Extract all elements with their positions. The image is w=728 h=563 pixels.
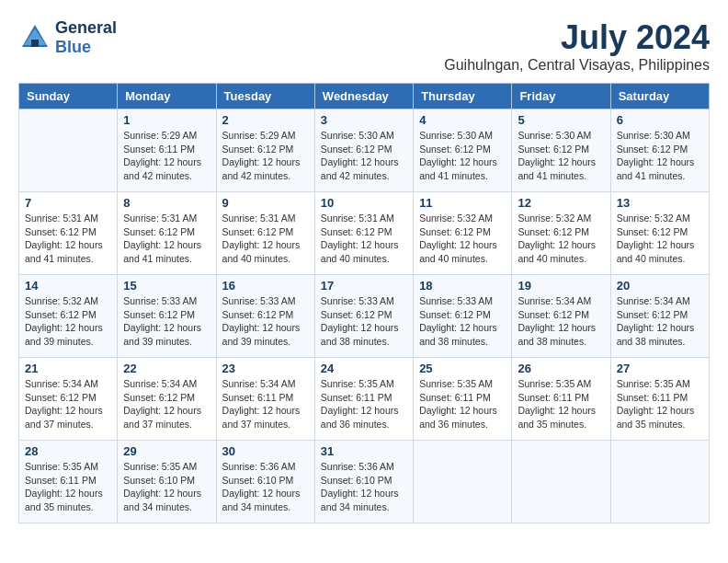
day-number: 22 xyxy=(123,362,210,375)
sunset-text: Sunset: 6:12 PM xyxy=(25,308,111,322)
day-number: 28 xyxy=(25,444,111,458)
day-number: 6 xyxy=(617,113,703,127)
calendar-cell: 3Sunrise: 5:30 AMSunset: 6:12 PMDaylight… xyxy=(314,109,413,192)
sunrise-text: Sunrise: 5:33 AM xyxy=(222,294,309,308)
sunset-text: Sunset: 6:11 PM xyxy=(321,391,407,405)
calendar-header-row: Sunday Monday Tuesday Wednesday Thursday… xyxy=(19,84,710,109)
day-number: 27 xyxy=(617,362,703,375)
sunset-text: Sunset: 6:12 PM xyxy=(321,225,407,239)
calendar-cell xyxy=(19,109,118,192)
sunrise-text: Sunrise: 5:29 AM xyxy=(123,129,210,143)
sunrise-text: Sunrise: 5:33 AM xyxy=(123,294,210,308)
day-detail: Sunrise: 5:33 AMSunset: 6:12 PMDaylight:… xyxy=(222,294,309,349)
sunset-text: Sunset: 6:11 PM xyxy=(123,143,210,156)
daylight-text: Daylight: 12 hours and 41 minutes. xyxy=(123,238,210,265)
day-detail: Sunrise: 5:33 AMSunset: 6:12 PMDaylight:… xyxy=(123,294,210,349)
day-number: 12 xyxy=(518,196,604,210)
header-wednesday: Wednesday xyxy=(314,84,413,109)
calendar-cell: 25Sunrise: 5:35 AMSunset: 6:11 PMDayligh… xyxy=(414,358,512,441)
sunset-text: Sunset: 6:12 PM xyxy=(419,308,506,322)
sunrise-text: Sunrise: 5:32 AM xyxy=(25,294,111,308)
day-detail: Sunrise: 5:35 AMSunset: 6:11 PMDaylight:… xyxy=(321,377,407,431)
sunset-text: Sunset: 6:11 PM xyxy=(25,474,111,488)
day-number: 19 xyxy=(518,279,604,293)
sunrise-text: Sunrise: 5:31 AM xyxy=(123,212,210,225)
daylight-text: Daylight: 12 hours and 40 minutes. xyxy=(222,238,309,265)
daylight-text: Daylight: 12 hours and 40 minutes. xyxy=(518,238,604,265)
sunset-text: Sunset: 6:12 PM xyxy=(321,143,407,156)
calendar-cell: 16Sunrise: 5:33 AMSunset: 6:12 PMDayligh… xyxy=(216,275,314,358)
sunrise-text: Sunrise: 5:34 AM xyxy=(518,294,604,308)
calendar-cell: 18Sunrise: 5:33 AMSunset: 6:12 PMDayligh… xyxy=(414,275,512,358)
sunrise-text: Sunrise: 5:30 AM xyxy=(419,129,506,143)
header-saturday: Saturday xyxy=(610,84,709,109)
day-detail: Sunrise: 5:33 AMSunset: 6:12 PMDaylight:… xyxy=(321,294,407,349)
calendar-cell xyxy=(512,441,610,523)
header-sunday: Sunday xyxy=(19,84,118,109)
sunrise-text: Sunrise: 5:32 AM xyxy=(518,212,604,225)
day-detail: Sunrise: 5:35 AMSunset: 6:11 PMDaylight:… xyxy=(518,377,604,431)
day-number: 21 xyxy=(25,362,111,375)
daylight-text: Daylight: 12 hours and 36 minutes. xyxy=(321,404,407,431)
calendar-cell: 4Sunrise: 5:30 AMSunset: 6:12 PMDaylight… xyxy=(414,109,512,192)
daylight-text: Daylight: 12 hours and 34 minutes. xyxy=(222,487,309,513)
sunset-text: Sunset: 6:10 PM xyxy=(222,474,309,488)
calendar-cell: 22Sunrise: 5:34 AMSunset: 6:12 PMDayligh… xyxy=(118,358,216,441)
day-number: 2 xyxy=(222,113,309,127)
day-number: 1 xyxy=(123,113,210,127)
sunset-text: Sunset: 6:11 PM xyxy=(222,391,309,405)
sunset-text: Sunset: 6:12 PM xyxy=(123,308,210,322)
calendar-cell: 8Sunrise: 5:31 AMSunset: 6:12 PMDaylight… xyxy=(118,192,216,275)
sunrise-text: Sunrise: 5:31 AM xyxy=(321,212,407,225)
day-detail: Sunrise: 5:29 AMSunset: 6:11 PMDaylight:… xyxy=(123,129,210,183)
sunrise-text: Sunrise: 5:34 AM xyxy=(123,377,210,391)
sunrise-text: Sunrise: 5:34 AM xyxy=(617,294,703,308)
calendar-cell xyxy=(414,441,512,523)
daylight-text: Daylight: 12 hours and 37 minutes. xyxy=(222,404,309,431)
day-detail: Sunrise: 5:34 AMSunset: 6:12 PMDaylight:… xyxy=(25,377,111,431)
sunset-text: Sunset: 6:12 PM xyxy=(518,143,604,156)
daylight-text: Daylight: 12 hours and 40 minutes. xyxy=(321,238,407,265)
sunset-text: Sunset: 6:12 PM xyxy=(419,143,506,156)
day-number: 7 xyxy=(25,196,111,210)
daylight-text: Daylight: 12 hours and 35 minutes. xyxy=(617,404,703,431)
day-number: 8 xyxy=(123,196,210,210)
calendar-week-row: 7Sunrise: 5:31 AMSunset: 6:12 PMDaylight… xyxy=(19,192,710,275)
sunrise-text: Sunrise: 5:36 AM xyxy=(321,460,407,474)
day-number: 13 xyxy=(617,196,703,210)
header-thursday: Thursday xyxy=(414,84,512,109)
header-tuesday: Tuesday xyxy=(216,84,314,109)
sunrise-text: Sunrise: 5:31 AM xyxy=(25,212,111,225)
day-number: 10 xyxy=(321,196,407,210)
daylight-text: Daylight: 12 hours and 41 minutes. xyxy=(419,155,506,182)
sunset-text: Sunset: 6:12 PM xyxy=(617,143,703,156)
daylight-text: Daylight: 12 hours and 42 minutes. xyxy=(123,155,210,182)
daylight-text: Daylight: 12 hours and 40 minutes. xyxy=(419,238,506,265)
day-detail: Sunrise: 5:32 AMSunset: 6:12 PMDaylight:… xyxy=(617,212,703,266)
daylight-text: Daylight: 12 hours and 38 minutes. xyxy=(321,321,407,348)
sunset-text: Sunset: 6:10 PM xyxy=(123,474,210,488)
calendar-cell: 14Sunrise: 5:32 AMSunset: 6:12 PMDayligh… xyxy=(19,275,118,358)
daylight-text: Daylight: 12 hours and 38 minutes. xyxy=(419,321,506,348)
header-friday: Friday xyxy=(512,84,610,109)
day-detail: Sunrise: 5:31 AMSunset: 6:12 PMDaylight:… xyxy=(123,212,210,266)
day-number: 29 xyxy=(123,444,210,458)
calendar-week-row: 14Sunrise: 5:32 AMSunset: 6:12 PMDayligh… xyxy=(19,275,710,358)
daylight-text: Daylight: 12 hours and 41 minutes. xyxy=(617,155,703,182)
calendar-body: 1Sunrise: 5:29 AMSunset: 6:11 PMDaylight… xyxy=(19,109,710,523)
sunrise-text: Sunrise: 5:30 AM xyxy=(617,129,703,143)
logo: General Blue xyxy=(18,18,117,57)
day-detail: Sunrise: 5:31 AMSunset: 6:12 PMDaylight:… xyxy=(25,212,111,266)
calendar-cell: 31Sunrise: 5:36 AMSunset: 6:10 PMDayligh… xyxy=(314,441,413,523)
day-detail: Sunrise: 5:35 AMSunset: 6:11 PMDaylight:… xyxy=(419,377,506,431)
daylight-text: Daylight: 12 hours and 35 minutes. xyxy=(518,404,604,431)
day-number: 26 xyxy=(518,362,604,375)
sunrise-text: Sunrise: 5:30 AM xyxy=(321,129,407,143)
sunset-text: Sunset: 6:11 PM xyxy=(617,391,703,405)
calendar-week-row: 21Sunrise: 5:34 AMSunset: 6:12 PMDayligh… xyxy=(19,358,710,441)
sunset-text: Sunset: 6:12 PM xyxy=(617,308,703,322)
sunrise-text: Sunrise: 5:35 AM xyxy=(321,377,407,391)
day-number: 17 xyxy=(321,279,407,293)
calendar-cell: 27Sunrise: 5:35 AMSunset: 6:11 PMDayligh… xyxy=(610,358,709,441)
sunrise-text: Sunrise: 5:36 AM xyxy=(222,460,309,474)
